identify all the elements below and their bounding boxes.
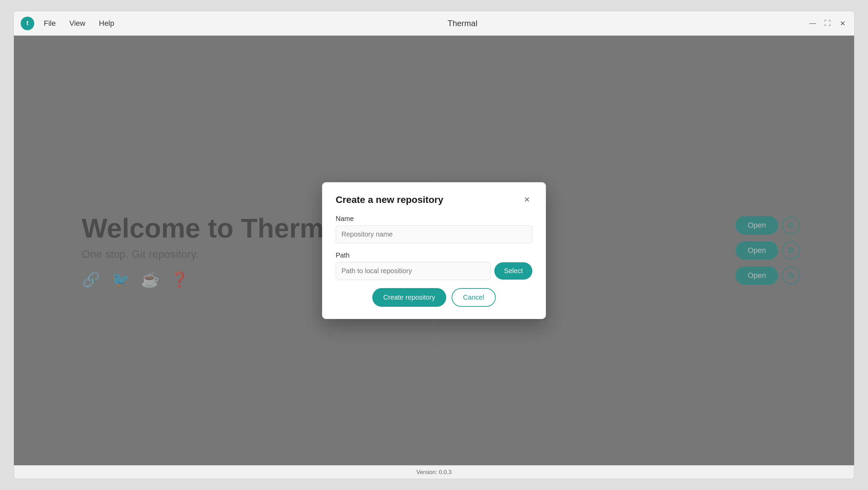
- close-button[interactable]: ✕: [838, 19, 847, 28]
- window-controls: — ⛶ ✕: [808, 19, 847, 28]
- menu-file[interactable]: File: [41, 18, 58, 29]
- create-repository-button[interactable]: Create repository: [372, 288, 446, 307]
- menu-view[interactable]: View: [66, 18, 88, 29]
- path-row: Select: [336, 262, 532, 280]
- menu-bar: File View Help: [41, 18, 117, 29]
- name-form-group: Name: [336, 215, 532, 243]
- path-label: Path: [336, 251, 532, 259]
- app-logo: t: [21, 17, 34, 30]
- version-text: Version: 0.0.3: [416, 469, 452, 476]
- main-area: Welcome to Therm One stop. Git repositor…: [14, 36, 854, 465]
- repository-name-input[interactable]: [336, 225, 532, 243]
- dialog-close-button[interactable]: ✕: [521, 194, 532, 205]
- select-button[interactable]: Select: [494, 262, 532, 280]
- app-window: t File View Help Thermal — ⛶ ✕ Welcome t…: [14, 11, 854, 479]
- app-title: Thermal: [117, 19, 808, 28]
- cancel-button[interactable]: Cancel: [452, 288, 496, 307]
- menu-help[interactable]: Help: [96, 18, 117, 29]
- dialog-title: Create a new repository: [336, 194, 443, 205]
- maximize-button[interactable]: ⛶: [823, 19, 832, 28]
- modal-overlay: Create a new repository ✕ Name Path Sele…: [14, 36, 854, 465]
- title-bar: t File View Help Thermal — ⛶ ✕: [14, 11, 854, 36]
- status-bar: Version: 0.0.3: [14, 465, 854, 479]
- name-label: Name: [336, 215, 532, 223]
- path-form-group: Path Select: [336, 251, 532, 280]
- create-repo-dialog: Create a new repository ✕ Name Path Sele…: [322, 182, 546, 319]
- dialog-header: Create a new repository ✕: [336, 194, 532, 205]
- path-input[interactable]: [336, 262, 491, 280]
- dialog-footer: Create repository Cancel: [336, 288, 532, 307]
- minimize-button[interactable]: —: [808, 19, 817, 28]
